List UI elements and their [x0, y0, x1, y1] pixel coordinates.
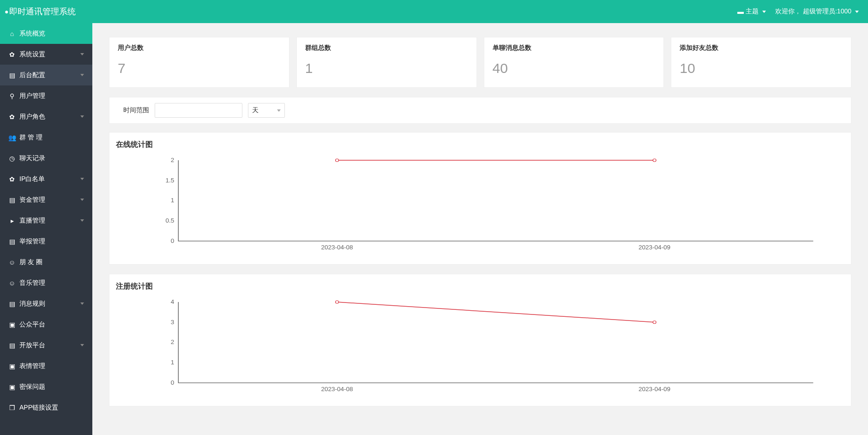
chevron-down-icon	[80, 53, 84, 55]
header-right: ▬ 主题 欢迎你， 超级管理员:1000	[737, 7, 859, 16]
music-manage-icon: ☺	[8, 279, 16, 287]
chat-records-icon: ◷	[8, 155, 16, 162]
security-question-icon: ▣	[8, 383, 16, 391]
stat-value: 10	[680, 60, 843, 76]
online-chart-card: 在线统计图 00.511.522023-04-082023-04-09	[109, 132, 851, 265]
chevron-down-icon	[80, 178, 84, 180]
sidebar-item-label: 公众平台	[19, 320, 45, 329]
sidebar-item-app-link-setting[interactable]: ❒APP链接设置	[0, 397, 92, 418]
brand-title: 即时通讯管理系统	[9, 6, 76, 17]
stat-value: 1	[305, 60, 468, 76]
user-label: 超级管理员:1000	[803, 7, 851, 16]
sidebar-item-emoji-manage[interactable]: ▣表情管理	[0, 356, 92, 376]
svg-point-8	[653, 159, 656, 162]
sidebar-item-system-settings[interactable]: ✿系统设置	[0, 44, 92, 65]
sidebar-item-label: 朋 友 圈	[19, 258, 42, 266]
stat-title: 用户总数	[118, 44, 281, 52]
sidebar-item-ip-whitelist[interactable]: ✿IP白名单	[0, 169, 92, 189]
system-settings-icon: ✿	[8, 51, 16, 58]
filter-bar: 时间范围 天	[109, 97, 851, 124]
stat-title: 单聊消息总数	[493, 44, 656, 52]
online-chart-title: 在线统计图	[116, 140, 844, 150]
chevron-down-icon	[80, 74, 84, 76]
time-range-label: 时间范围	[123, 106, 149, 115]
public-platform-icon: ▣	[8, 321, 16, 328]
stat-title: 添加好友总数	[680, 44, 843, 52]
svg-point-7	[336, 159, 339, 162]
chevron-down-icon	[80, 219, 84, 222]
sidebar-item-label: 密保问题	[19, 383, 45, 391]
theme-label: 主题	[746, 7, 759, 16]
report-manage-icon: ▤	[8, 238, 16, 245]
chevron-down-icon	[80, 302, 84, 305]
overview-icon: ⌂	[8, 30, 16, 37]
svg-text:0: 0	[171, 238, 175, 244]
sidebar-item-fund-manage[interactable]: ▤资金管理	[0, 189, 92, 210]
stat-card: 用户总数7	[109, 37, 289, 88]
svg-text:2023-04-08: 2023-04-08	[321, 244, 353, 251]
brand-dot-icon: ●	[5, 8, 8, 15]
sidebar-item-overview[interactable]: ⌂系统概览	[0, 23, 92, 44]
sidebar-item-moments[interactable]: ☺朋 友 圈	[0, 252, 92, 272]
sidebar-item-live-manage[interactable]: ▸直播管理	[0, 210, 92, 231]
sidebar-item-security-question[interactable]: ▣密保问题	[0, 376, 92, 397]
sidebar-item-label: APP链接设置	[19, 404, 58, 412]
sidebar-item-user-manage[interactable]: ⚲用户管理	[0, 85, 92, 106]
group-manage-icon: 👥	[8, 134, 16, 141]
sidebar-item-label: 用户管理	[19, 92, 45, 100]
backend-config-icon: ▤	[8, 72, 16, 79]
svg-text:2023-04-09: 2023-04-09	[639, 244, 670, 251]
chevron-down-icon	[855, 11, 859, 13]
header: ● 即时通讯管理系统 ▬ 主题 欢迎你， 超级管理员:1000	[0, 0, 868, 23]
live-manage-icon: ▸	[8, 217, 16, 224]
user-role-icon: ✿	[8, 113, 16, 121]
sidebar-item-backend-config[interactable]: ▤后台配置	[0, 65, 92, 85]
svg-text:0: 0	[171, 380, 175, 386]
sidebar-item-label: 用户角色	[19, 113, 45, 121]
sidebar-item-label: 消息规则	[19, 300, 45, 308]
header-brand: ● 即时通讯管理系统	[5, 6, 76, 17]
message-rules-icon: ▤	[8, 300, 16, 308]
stat-card: 添加好友总数10	[671, 37, 851, 88]
chevron-down-icon	[80, 199, 84, 201]
sidebar-item-label: 资金管理	[19, 196, 45, 204]
user-dropdown[interactable]: 欢迎你， 超级管理员:1000	[775, 7, 859, 16]
sidebar-item-music-manage[interactable]: ☺音乐管理	[0, 272, 92, 293]
stat-value: 40	[493, 60, 656, 76]
time-range-input[interactable]	[155, 103, 242, 118]
fund-manage-icon: ▤	[8, 196, 16, 204]
theme-dropdown[interactable]: ▬ 主题	[737, 7, 766, 16]
stat-card: 群组总数1	[296, 37, 477, 88]
chevron-down-icon	[762, 11, 766, 13]
chat-icon: ▬	[737, 8, 744, 15]
sidebar-item-label: 开放平台	[19, 341, 45, 350]
ip-whitelist-icon: ✿	[8, 175, 16, 183]
sidebar-item-report-manage[interactable]: ▤举报管理	[0, 231, 92, 252]
main-content: 用户总数7群组总数1单聊消息总数40添加好友总数10 时间范围 天 在线统计图 …	[92, 23, 868, 435]
emoji-manage-icon: ▣	[8, 362, 16, 370]
sidebar-item-message-rules[interactable]: ▤消息规则	[0, 293, 92, 314]
svg-text:4: 4	[171, 299, 175, 305]
sidebar-item-label: 直播管理	[19, 217, 45, 225]
granularity-select[interactable]: 天	[248, 103, 285, 118]
sidebar-item-group-manage[interactable]: 👥群 管 理	[0, 127, 92, 148]
chevron-down-icon	[277, 109, 281, 112]
sidebar-item-user-role[interactable]: ✿用户角色	[0, 106, 92, 127]
sidebar-item-label: 举报管理	[19, 237, 45, 246]
sidebar-item-label: 系统概览	[19, 30, 45, 38]
sidebar-item-open-platform[interactable]: ▤开放平台	[0, 335, 92, 356]
chevron-down-icon	[80, 115, 84, 118]
sidebar-item-label: 音乐管理	[19, 279, 45, 287]
svg-text:0.5: 0.5	[165, 218, 174, 224]
sidebar-item-chat-records[interactable]: ◷聊天记录	[0, 148, 92, 169]
sidebar-item-label: 聊天记录	[19, 154, 45, 163]
moments-icon: ☺	[8, 259, 16, 266]
svg-text:1: 1	[171, 359, 175, 366]
svg-text:1: 1	[171, 197, 175, 204]
sidebar-item-public-platform[interactable]: ▣公众平台	[0, 314, 92, 335]
welcome-prefix: 欢迎你，	[775, 7, 801, 16]
online-chart: 00.511.522023-04-082023-04-09	[116, 153, 844, 255]
svg-text:1.5: 1.5	[165, 177, 174, 183]
user-manage-icon: ⚲	[8, 92, 16, 100]
svg-point-17	[653, 321, 656, 324]
